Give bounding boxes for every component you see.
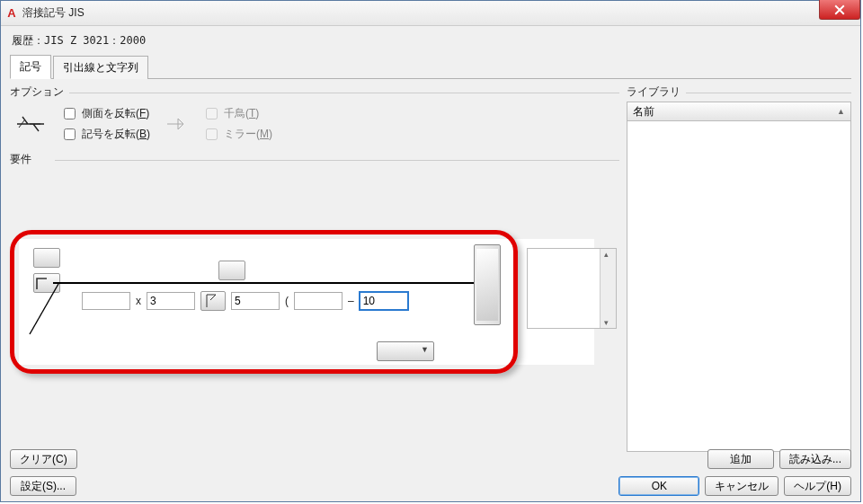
cancel-button[interactable]: キャンセル [705, 476, 778, 496]
shape-button-1[interactable] [33, 248, 60, 268]
tail-selector[interactable] [474, 244, 501, 325]
library-group-label: ライブラリ [627, 84, 851, 100]
body-area: オプション 側面を反転(F) 記号を反転(B) [10, 84, 851, 471]
weld-drawing-area: x ( – [10, 230, 619, 383]
requirements-group-label: 要件 [10, 152, 619, 167]
left-column: オプション 側面を反転(F) 記号を反転(B) [10, 84, 619, 471]
direction-arrow-icon [165, 112, 188, 136]
param-c-input[interactable] [231, 292, 280, 310]
tab-leader-text[interactable]: 引出線と文字列 [53, 56, 148, 79]
help-button[interactable]: ヘルプ(H) [784, 476, 851, 496]
footer-row-1: クリア(C) 追加 読み込み... [10, 449, 851, 469]
reference-line [53, 282, 477, 284]
param-e-input[interactable] [360, 292, 408, 310]
paren-open: ( [285, 295, 289, 307]
note-field[interactable] [527, 248, 617, 329]
titlebar: A 溶接記号 JIS [1, 1, 860, 26]
clear-button[interactable]: クリア(C) [10, 449, 77, 469]
library-list[interactable] [627, 121, 851, 452]
finish-dropdown[interactable] [377, 341, 434, 361]
weld-canvas: x ( – [19, 239, 594, 365]
tab-bar: 記号 引出線と文字列 [10, 54, 851, 79]
ok-button[interactable]: OK [618, 476, 699, 496]
dialog-content: 履歴：JIS Z 3021：2000 記号 引出線と文字列 オプション 側面を反… [1, 26, 860, 501]
x-label: x [136, 295, 141, 307]
library-panel: ライブラリ 名前 ▲ [627, 84, 851, 471]
dash-label: – [348, 295, 354, 307]
note-scrollbar[interactable] [600, 249, 616, 328]
flag-button[interactable] [200, 291, 226, 311]
mirror-checkbox: ミラー(M) [202, 126, 272, 143]
library-header[interactable]: 名前 ▲ [627, 102, 851, 121]
flip-symbol-checkbox[interactable]: 記号を反転(B) [60, 126, 150, 143]
weld-symbol-icon [15, 111, 46, 137]
app-icon: A [4, 6, 19, 21]
close-icon [834, 4, 845, 15]
footer-row-2: 設定(S)... OK キャンセル ヘルプ(H) [10, 476, 851, 496]
close-button[interactable] [819, 0, 860, 20]
load-button[interactable]: 読み込み... [779, 449, 851, 469]
add-button[interactable]: 追加 [707, 449, 774, 469]
settings-button[interactable]: 設定(S)... [10, 476, 76, 496]
chidori-checkbox: 千鳥(T) [202, 105, 272, 122]
sort-icon[interactable]: ▲ [837, 107, 845, 116]
weld-symbol-dialog: A 溶接記号 JIS 履歴：JIS Z 3021：2000 記号 引出線と文字列… [0, 0, 861, 502]
library-col-name: 名前 [633, 104, 654, 119]
param-d-input[interactable] [294, 292, 343, 310]
param-b-input[interactable] [147, 292, 195, 310]
shape-button-3[interactable] [218, 261, 245, 280]
param-a-input[interactable] [82, 292, 130, 310]
flip-side-checkbox[interactable]: 側面を反転(F) [60, 105, 150, 122]
options-group-label: オプション [10, 84, 619, 100]
history-label: 履歴：JIS Z 3021：2000 [12, 33, 851, 49]
tab-symbol[interactable]: 記号 [10, 55, 51, 79]
leader-line-icon [26, 282, 62, 336]
options-row: 側面を反転(F) 記号を反転(B) 千鳥(T) [10, 102, 619, 146]
window-title: 溶接記号 JIS [22, 5, 85, 21]
